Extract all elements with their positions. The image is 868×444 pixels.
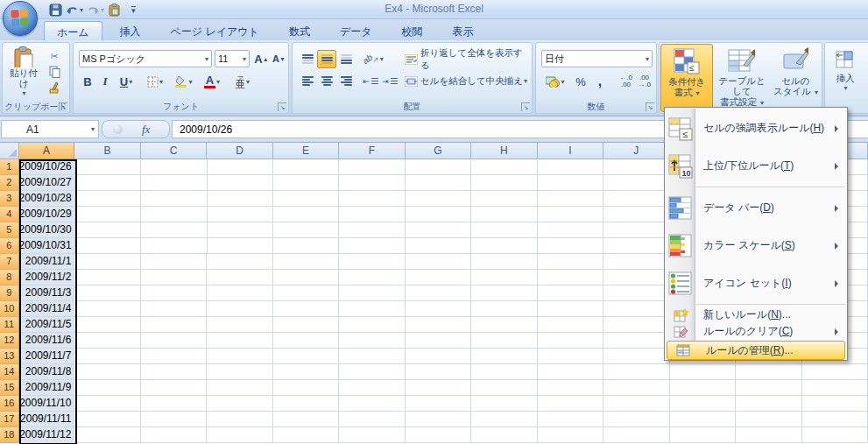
cell-G4[interactable] xyxy=(406,207,471,222)
cell-H7[interactable] xyxy=(471,254,537,270)
column-header-G[interactable]: G xyxy=(406,143,471,159)
cell-H10[interactable] xyxy=(471,301,537,317)
cell-B8[interactable] xyxy=(74,270,140,285)
cell-E3[interactable] xyxy=(273,191,339,207)
cell-F5[interactable] xyxy=(339,222,405,238)
cell-x16[interactable] xyxy=(670,396,736,412)
redo-icon[interactable]: ▾ xyxy=(87,3,104,17)
cell-E5[interactable] xyxy=(273,222,339,238)
row-header-7[interactable]: 7 xyxy=(0,254,19,270)
cell-A16[interactable]: 2009/11/10 xyxy=(19,396,75,412)
cell-A12[interactable]: 2009/11/6 xyxy=(19,333,75,349)
cell-H12[interactable] xyxy=(471,333,537,349)
cell-I8[interactable] xyxy=(538,270,603,285)
cell-C2[interactable] xyxy=(141,175,207,191)
cell-J12[interactable] xyxy=(603,333,669,349)
cell-x14[interactable] xyxy=(736,364,801,380)
cell-styles-button[interactable]: セルの スタイル ▾ xyxy=(770,44,822,112)
row-header-1[interactable]: 1 xyxy=(0,159,19,175)
cell-J13[interactable] xyxy=(603,349,669,364)
shrink-font-button[interactable]: A▼ xyxy=(271,50,287,67)
copy-button[interactable] xyxy=(45,64,64,80)
cell-F13[interactable] xyxy=(339,349,405,364)
number-format-combo[interactable]: 日付▾ xyxy=(541,50,653,67)
row-header-15[interactable]: 15 xyxy=(0,380,19,396)
cell-A8[interactable]: 2009/11/2 xyxy=(19,270,75,285)
cell-E1[interactable] xyxy=(273,159,339,175)
cell-G7[interactable] xyxy=(406,254,471,270)
row-header-14[interactable]: 14 xyxy=(0,364,19,380)
align-center-button[interactable] xyxy=(317,72,336,90)
cell-I2[interactable] xyxy=(538,175,603,191)
cell-H15[interactable] xyxy=(471,380,537,396)
accounting-format-button[interactable]: ▾ xyxy=(541,72,569,91)
cell-A18[interactable]: 2009/11/12 xyxy=(19,427,75,443)
cell-E10[interactable] xyxy=(273,301,339,317)
cell-A6[interactable]: 2009/10/31 xyxy=(19,238,75,254)
menu-item-icon-sets[interactable]: アイコン セット(I) xyxy=(665,264,847,302)
paste-dropdown-icon[interactable]: ▾ xyxy=(22,88,25,99)
cell-D8[interactable] xyxy=(207,270,272,285)
cell-H2[interactable] xyxy=(471,175,537,191)
column-header-F[interactable]: F xyxy=(339,143,405,159)
cell-B9[interactable] xyxy=(74,285,140,301)
orientation-button[interactable]: ab↗▾ xyxy=(361,50,385,68)
cell-x17[interactable] xyxy=(670,412,736,427)
cell-D11[interactable] xyxy=(207,317,272,333)
cell-A5[interactable]: 2009/10/30 xyxy=(19,222,75,238)
menu-item-top-bottom-rules[interactable]: 10 上位/下位ルール(T) xyxy=(665,147,847,185)
cell-E14[interactable] xyxy=(273,364,339,380)
cell-x17[interactable] xyxy=(736,412,801,427)
cell-G14[interactable] xyxy=(406,364,471,380)
row-header-16[interactable]: 16 xyxy=(0,396,19,412)
cell-A9[interactable]: 2009/11/3 xyxy=(19,285,75,301)
cell-C3[interactable] xyxy=(141,191,207,207)
cell-F3[interactable] xyxy=(339,191,405,207)
cell-D14[interactable] xyxy=(207,364,272,380)
align-right-button[interactable] xyxy=(336,72,356,90)
cell-H16[interactable] xyxy=(471,396,537,412)
cell-A4[interactable]: 2009/10/29 xyxy=(19,207,75,222)
cell-G8[interactable] xyxy=(406,270,471,285)
cell-F4[interactable] xyxy=(339,207,405,222)
cell-F7[interactable] xyxy=(339,254,405,270)
cell-x15[interactable] xyxy=(802,380,868,396)
cell-G10[interactable] xyxy=(406,301,471,317)
cell-I1[interactable] xyxy=(538,159,603,175)
cell-G16[interactable] xyxy=(406,396,471,412)
row-header-4[interactable]: 4 xyxy=(0,207,19,222)
cell-B2[interactable] xyxy=(75,175,141,191)
cell-B10[interactable] xyxy=(74,301,140,317)
tab-data[interactable]: データ xyxy=(328,21,385,40)
grow-font-button[interactable]: A▲ xyxy=(253,50,270,67)
cell-C18[interactable] xyxy=(141,427,207,443)
phonetic-button[interactable]: ア亜 ▾ xyxy=(229,72,257,91)
cell-E17[interactable] xyxy=(273,412,339,427)
clipboard-dialog-launcher-icon[interactable]: ↘ xyxy=(59,102,67,111)
alignment-dialog-launcher-icon[interactable]: ↘ xyxy=(521,102,530,111)
font-dialog-launcher-icon[interactable]: ↘ xyxy=(278,102,286,111)
font-size-combo[interactable]: 11▾ xyxy=(215,50,250,67)
font-color-button[interactable]: A ▾ xyxy=(199,72,225,91)
cell-B5[interactable] xyxy=(75,222,141,238)
cell-C12[interactable] xyxy=(141,333,207,349)
format-painter-button[interactable] xyxy=(45,80,64,95)
column-header-A[interactable]: A xyxy=(19,143,75,159)
cell-H9[interactable] xyxy=(471,285,537,301)
cell-I5[interactable] xyxy=(538,222,603,238)
cell-F16[interactable] xyxy=(339,396,405,412)
column-header-I[interactable]: I xyxy=(538,143,603,159)
cell-C8[interactable] xyxy=(141,270,207,285)
column-header-J[interactable]: J xyxy=(603,143,669,159)
cell-G2[interactable] xyxy=(406,175,471,191)
cell-x14[interactable] xyxy=(670,364,736,380)
cell-H4[interactable] xyxy=(471,207,537,222)
underline-button[interactable]: U▾ xyxy=(114,72,138,91)
cell-A7[interactable]: 2009/11/1 xyxy=(19,254,75,270)
cell-J7[interactable] xyxy=(603,254,669,270)
cell-D6[interactable] xyxy=(208,238,273,254)
increase-decimal-button[interactable]: ←.0.00 xyxy=(617,72,635,91)
cell-D5[interactable] xyxy=(208,222,273,238)
cell-C1[interactable] xyxy=(141,159,207,175)
wrap-text-button[interactable]: 折り返して全体を表示する xyxy=(405,50,531,68)
